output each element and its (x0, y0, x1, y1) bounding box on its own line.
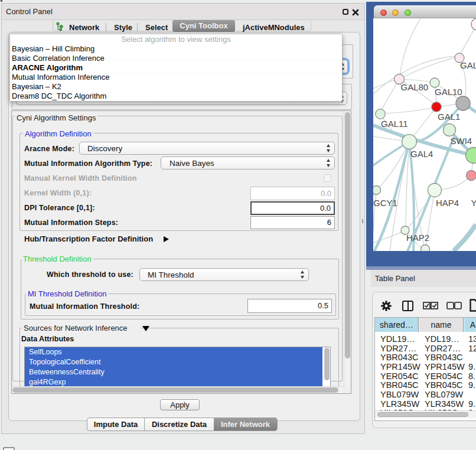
svg-text:SWI4: SWI4 (451, 136, 472, 146)
svg-text:GAL11: GAL11 (381, 119, 408, 129)
svg-text:GAL7: GAL7 (460, 60, 476, 70)
svg-text:GCY1: GCY1 (373, 198, 397, 208)
svg-text:GAL80: GAL80 (401, 82, 429, 92)
svg-text:HAP2: HAP2 (406, 233, 429, 243)
svg-text:GAL10: GAL10 (435, 87, 462, 97)
svg-text:HAP4: HAP4 (436, 198, 459, 208)
svg-text:GAL4: GAL4 (410, 149, 433, 159)
svg-text:Y: Y (471, 198, 476, 208)
svg-text:GAL1: GAL1 (438, 112, 460, 122)
